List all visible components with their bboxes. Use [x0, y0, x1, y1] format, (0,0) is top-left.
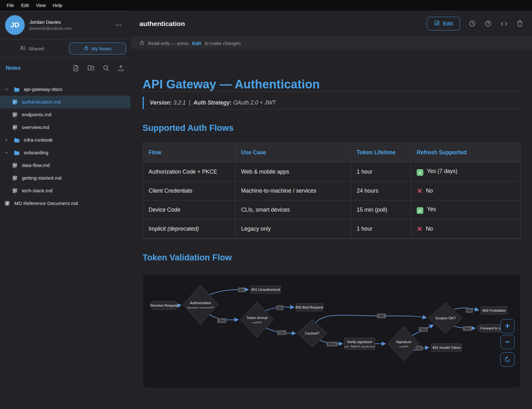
menu-help[interactable]: Help [49, 1, 66, 10]
tree-item-label: infra-runbook [24, 137, 53, 143]
table-row: Authorization Code + PKCEWeb & mobile ap… [143, 163, 521, 182]
notes-title: Notes [6, 65, 21, 71]
cell-use-case: Legacy only [235, 220, 351, 239]
svg-text:Yes: Yes [279, 331, 285, 335]
svg-text:Yes: Yes [420, 328, 426, 331]
table-header-row: FlowUse CaseToken LifetimeRefresh Suppor… [143, 143, 521, 163]
check-icon: ✓ [417, 169, 423, 176]
svg-text:Hit: Hit [379, 314, 384, 318]
code-view-icon[interactable] [500, 21, 508, 27]
tree-file-authentication-md[interactable]: authentication.md [0, 96, 131, 108]
tab-shared[interactable]: Shared [20, 45, 44, 52]
indent-guide [15, 96, 16, 108]
history-icon[interactable] [469, 20, 476, 27]
reset-icon [504, 356, 511, 363]
tab-my-notes-label: My Notes [92, 46, 112, 51]
notes-header: Notes [0, 58, 131, 73]
markdown-file-icon [4, 201, 10, 206]
svg-text:Verify signature: Verify signature [347, 340, 372, 344]
markdown-file-icon [12, 188, 18, 194]
tree-file-md-reference-document-md[interactable]: MD Reference Document.md [0, 197, 131, 210]
cell-lifetime: 1 hour [351, 163, 411, 182]
tree-item-label: endpoints.md [22, 112, 51, 118]
auth-flows-table: FlowUse CaseToken LifetimeRefresh Suppor… [143, 143, 521, 239]
flow-edge-label: No [416, 346, 423, 351]
flow-edge-label: No [238, 288, 245, 292]
folder-icon [14, 87, 20, 92]
edit-button[interactable]: Edit [427, 17, 460, 30]
tab-my-notes[interactable]: My Notes [69, 42, 126, 54]
svg-text:400 Bad Request: 400 Bad Request [295, 305, 324, 309]
document-title: authentication [139, 20, 185, 28]
section-heading-flows: Supported Auth Flows [143, 123, 521, 133]
tree-file-data-flow-md[interactable]: data-flow.md [0, 159, 131, 172]
export-icon[interactable] [118, 65, 124, 72]
flow-edge-label: Miss [327, 342, 338, 347]
tree-item-label: api-gateway-docs [24, 86, 62, 92]
svg-text:Receive Request: Receive Request [150, 304, 178, 307]
markdown-file-icon [12, 175, 18, 181]
chevron-down-icon[interactable] [4, 151, 14, 155]
indent-guide [15, 172, 16, 184]
tree-folder-infra-runbook[interactable]: infra-runbook [0, 134, 131, 146]
cell-use-case: Machine-to-machine / services [235, 182, 351, 201]
tree-file-getting-started-md[interactable]: getting-started.md [0, 172, 131, 184]
zoom-in-button[interactable]: + [500, 319, 515, 333]
delete-icon[interactable] [516, 20, 523, 27]
svg-text:401 Unauthorized: 401 Unauthorized [251, 288, 280, 291]
tree-file-overview-md[interactable]: overview.md [0, 121, 131, 134]
profile-name: Jordan Davies [29, 19, 113, 25]
menu-file[interactable]: File [3, 1, 17, 10]
token-validation-flowchart: Receive RequestAuthorizationheader prese… [143, 274, 521, 388]
flow-node-invalidtoken: 401 Invalid Token [431, 344, 462, 351]
tree-file-endpoints-md[interactable]: endpoints.md [0, 108, 131, 121]
profile-email: jdavies42@outlook.com [29, 26, 113, 31]
svg-text:401 Invalid Token: 401 Invalid Token [432, 346, 460, 349]
meta-divider: | [189, 99, 190, 106]
tree-folder-api-gateway-docs[interactable]: api-gateway-docs [0, 83, 131, 96]
menu-edit[interactable]: Edit [17, 1, 32, 10]
tree-item-label: MD Reference Document.md [14, 201, 78, 206]
tree-folder-onboarding[interactable]: onboarding [0, 146, 131, 159]
zoom-reset-button[interactable] [500, 352, 515, 367]
svg-text:No: No [278, 306, 282, 310]
readonly-edit-link[interactable]: Edit [192, 41, 201, 46]
chevron-down-icon[interactable] [4, 87, 14, 91]
folder-icon [14, 138, 20, 143]
indent-guide [15, 121, 16, 134]
flow-edge-label: Hit [377, 314, 386, 318]
menu-view[interactable]: View [32, 1, 49, 10]
flow-edge-receive-auth [178, 305, 181, 305]
check-icon: ✓ [417, 207, 423, 214]
flow-node-verifysig: Verify signaturevia JWKS endpoint [344, 338, 375, 349]
window-menubar: File Edit View Help [0, 0, 532, 10]
column-header: Flow [143, 143, 235, 163]
table-row: Implicit (deprecated)Legacy only1 hour✕N… [143, 220, 521, 239]
column-header: Use Case [235, 143, 351, 163]
readonly-banner: Read-only — press Edit to make changes [131, 37, 532, 49]
search-icon[interactable] [103, 65, 109, 72]
cell-use-case: CLIs, smart devices [235, 201, 351, 220]
tree-item-label: getting-started.md [22, 175, 61, 181]
table-row: Client CredentialsMachine-to-machine / s… [143, 182, 521, 201]
svg-text:403 Forbidden: 403 Forbidden [482, 309, 506, 312]
edit-pencil-icon [434, 20, 440, 28]
zoom-out-button[interactable]: − [500, 335, 515, 349]
cell-lifetime: 15 min (poll) [351, 201, 411, 220]
lock-icon [84, 46, 89, 52]
chevron-right-icon[interactable] [4, 138, 14, 142]
indent-guide [15, 159, 16, 172]
cross-icon: ✕ [417, 225, 422, 233]
new-note-icon[interactable] [73, 65, 79, 72]
tab-shared-label: Shared [29, 46, 44, 51]
new-folder-icon[interactable] [87, 65, 94, 72]
cell-flow: Implicit (deprecated) [143, 220, 235, 239]
readonly-text: Read-only — press [148, 41, 189, 46]
help-icon[interactable] [484, 20, 492, 27]
more-options-button[interactable]: ⋯ [113, 20, 124, 30]
flow-node-auth: Authorizationheader present? [183, 285, 218, 324]
markdown-file-icon [12, 163, 18, 168]
cell-lifetime: 1 hour [351, 220, 411, 239]
tree-file-tech-stack-md[interactable]: tech-stack.md [0, 184, 131, 197]
flow-edge-label: Yes [463, 326, 472, 331]
